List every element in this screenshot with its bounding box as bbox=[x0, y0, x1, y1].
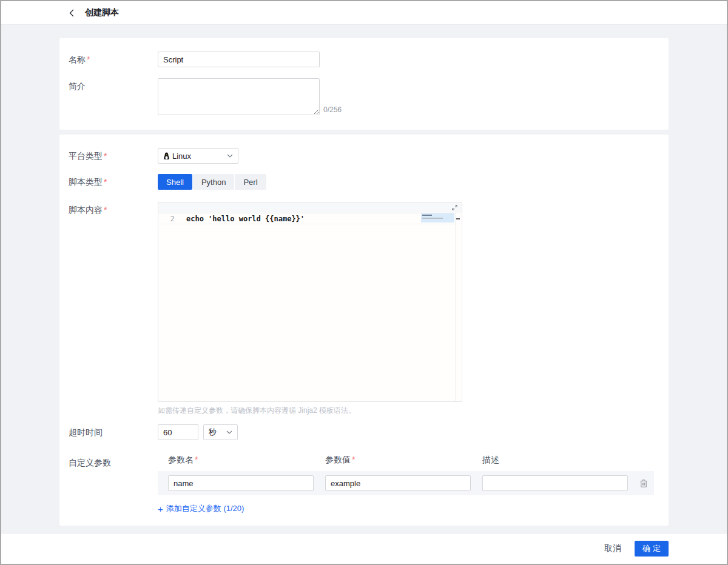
param-desc-header: 描述 bbox=[482, 455, 628, 466]
param-name-header: 参数名* bbox=[168, 455, 314, 466]
editor-toolbar bbox=[158, 202, 462, 213]
intro-textarea[interactable] bbox=[158, 78, 320, 115]
script-content-label: 脚本内容* bbox=[69, 202, 158, 416]
editor-minimap bbox=[421, 213, 454, 222]
line-number: 2 bbox=[158, 215, 186, 223]
script-type-label: 脚本类型* bbox=[69, 174, 158, 190]
chevron-down-icon bbox=[226, 430, 232, 434]
minimap-line bbox=[422, 218, 443, 219]
script-type-perl[interactable]: Perl bbox=[235, 174, 266, 190]
param-desc-input[interactable] bbox=[482, 475, 628, 491]
script-type-group: Shell Python Perl bbox=[158, 174, 266, 190]
script-type-row: 脚本类型* Shell Python Perl bbox=[69, 174, 656, 190]
chevron-left-icon bbox=[69, 9, 74, 17]
param-name-input[interactable] bbox=[168, 475, 314, 491]
back-button[interactable] bbox=[67, 7, 76, 19]
editor-scrollbar[interactable] bbox=[455, 213, 462, 401]
page-header: 创建脚本 bbox=[1, 1, 727, 25]
plus-icon: + bbox=[158, 504, 163, 513]
param-header-row: 参数名* 参数值* 描述 bbox=[158, 455, 654, 466]
required-mark: * bbox=[104, 177, 107, 187]
intro-label: 简介 bbox=[69, 78, 158, 115]
timeout-unit-value: 秒 bbox=[209, 427, 217, 438]
trash-icon bbox=[639, 479, 648, 488]
fullscreen-icon[interactable] bbox=[452, 205, 457, 210]
chevron-down-icon bbox=[227, 154, 233, 158]
custom-params-row: 自定义参数 参数名* 参数值* 描述 bbox=[69, 455, 656, 515]
platform-label: 平台类型* bbox=[69, 148, 158, 164]
add-param-button[interactable]: + 添加自定义参数 (1/20) bbox=[158, 503, 244, 514]
cancel-button[interactable]: 取消 bbox=[604, 543, 621, 554]
script-content-row: 脚本内容* 2 echo 'hello world {{name}}' bbox=[69, 202, 656, 416]
linux-penguin-icon bbox=[163, 152, 170, 160]
param-value-header: 参数值* bbox=[325, 455, 471, 466]
delete-param-button[interactable] bbox=[638, 478, 649, 489]
required-mark: * bbox=[104, 205, 107, 215]
custom-params-table: 参数名* 参数值* 描述 + 添加自定义参数 (1/20 bbox=[158, 455, 654, 515]
platform-select[interactable]: Linux bbox=[158, 148, 238, 164]
create-script-page: 创建脚本 名称* 简介 0/256 平台类型* bbox=[0, 0, 728, 565]
jinja2-hint: 如需传递自定义参数，请确保脚本内容遵循 Jinja2 模板语法。 bbox=[158, 406, 462, 416]
required-mark: * bbox=[104, 151, 107, 161]
editor-content[interactable]: 2 echo 'hello world {{name}}' bbox=[158, 213, 462, 401]
param-value-input[interactable] bbox=[325, 475, 471, 491]
editor-column: 2 echo 'hello world {{name}}' 如需传递自定义参数，… bbox=[158, 202, 462, 416]
custom-params-label: 自定义参数 bbox=[69, 455, 158, 515]
param-row bbox=[158, 471, 654, 495]
basic-info-card: 名称* 简介 0/256 bbox=[59, 38, 669, 130]
current-code-line: 2 echo 'hello world {{name}}' bbox=[158, 213, 455, 224]
timeout-row: 超时时间 秒 bbox=[69, 424, 656, 440]
required-mark: * bbox=[87, 55, 90, 64]
code-editor[interactable]: 2 echo 'hello world {{name}}' bbox=[158, 202, 462, 402]
script-settings-card: 平台类型* Linux 脚本类型* Shell Python Pe bbox=[59, 135, 669, 526]
code-text: echo 'hello world {{name}}' bbox=[186, 215, 305, 223]
footer-actions: 取消 确定 bbox=[1, 533, 727, 564]
platform-select-value: Linux bbox=[172, 152, 191, 161]
name-input[interactable] bbox=[158, 52, 320, 67]
timeout-unit-select[interactable]: 秒 bbox=[203, 424, 238, 440]
script-type-python[interactable]: Python bbox=[193, 174, 234, 190]
script-type-shell[interactable]: Shell bbox=[158, 174, 192, 190]
confirm-button[interactable]: 确定 bbox=[635, 541, 669, 557]
timeout-input[interactable] bbox=[158, 424, 198, 440]
overview-cursor-mark bbox=[456, 218, 460, 219]
required-mark: * bbox=[352, 455, 355, 464]
intro-row: 简介 0/256 bbox=[69, 78, 656, 115]
name-label: 名称* bbox=[69, 52, 158, 67]
page-title: 创建脚本 bbox=[85, 7, 119, 18]
form-body: 名称* 简介 0/256 平台类型* Linux bbox=[1, 25, 727, 533]
add-param-label: 添加自定义参数 (1/20) bbox=[166, 503, 244, 514]
platform-row: 平台类型* Linux bbox=[69, 148, 656, 164]
required-mark: * bbox=[195, 455, 198, 464]
intro-field-wrap: 0/256 bbox=[158, 78, 342, 115]
minimap-line bbox=[422, 215, 432, 216]
name-row: 名称* bbox=[69, 52, 656, 67]
timeout-label: 超时时间 bbox=[69, 424, 158, 440]
char-counter: 0/256 bbox=[323, 105, 342, 115]
